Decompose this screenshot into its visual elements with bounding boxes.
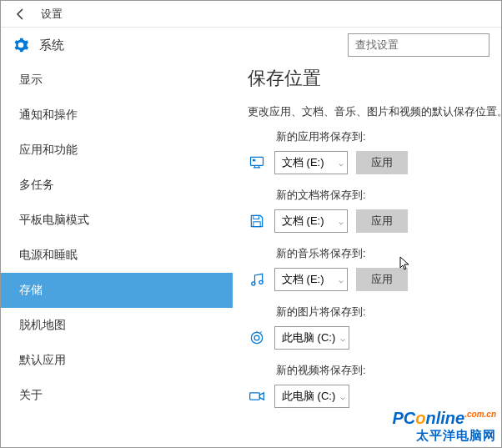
camera-icon — [248, 329, 266, 347]
chevron-down-icon: ⌵ — [339, 159, 344, 168]
setting-block: 新的应用将保存到:文档 (E:)⌵应用 — [248, 129, 486, 174]
sidebar-item[interactable]: 显示 — [1, 63, 233, 98]
svg-rect-8 — [250, 393, 260, 400]
setting-block: 新的文档将保存到:文档 (E:)⌵应用 — [248, 188, 486, 233]
sidebar-item[interactable]: 电源和睡眠 — [1, 238, 233, 273]
watermark-line2: 太平洋电脑网 — [393, 428, 496, 444]
dropdown-value: 文档 (E:) — [282, 272, 324, 287]
location-dropdown[interactable]: 文档 (E:)⌵ — [274, 209, 348, 233]
svg-rect-0 — [251, 157, 264, 165]
dropdown-value: 文档 (E:) — [282, 155, 324, 170]
watermark: PConline.com.cn 太平洋电脑网 — [393, 409, 496, 444]
main-panel: 保存位置 更改应用、文档、音乐、图片和视频的默认保存位置。 新的应用将保存到:文… — [233, 63, 501, 447]
video-icon — [248, 387, 266, 405]
back-button[interactable] — [9, 3, 33, 26]
apply-button[interactable]: 应用 — [356, 268, 408, 291]
monitor-icon — [248, 154, 266, 172]
titlebar: 设置 — [1, 1, 501, 28]
sidebar-item[interactable]: 平板电脑模式 — [1, 203, 233, 238]
page-heading: 保存位置 — [248, 66, 486, 91]
chevron-down-icon: ⌵ — [339, 275, 344, 284]
location-dropdown[interactable]: 此电脑 (C:)⌵ — [274, 326, 349, 350]
header: 系统 查找设置 — [1, 28, 501, 63]
search-input[interactable]: 查找设置 — [348, 33, 489, 57]
setting-block: 新的视频将保存到:此电脑 (C:)⌵ — [248, 363, 486, 408]
svg-rect-2 — [254, 215, 259, 219]
window-title: 设置 — [41, 7, 63, 22]
location-dropdown[interactable]: 文档 (E:)⌵ — [274, 268, 348, 291]
save-icon — [248, 212, 266, 230]
setting-row: 此电脑 (C:)⌵ — [248, 385, 486, 408]
setting-block: 新的音乐将保存到:文档 (E:)⌵应用 — [248, 246, 486, 291]
sidebar-item[interactable]: 脱机地图 — [1, 308, 233, 343]
gear-icon — [13, 37, 29, 53]
svg-point-5 — [259, 280, 263, 284]
arrow-left-icon — [14, 8, 28, 21]
setting-row: 文档 (E:)⌵应用 — [248, 268, 486, 291]
apply-button[interactable]: 应用 — [356, 151, 408, 174]
setting-row: 文档 (E:)⌵应用 — [248, 209, 486, 233]
sidebar: 显示通知和操作应用和功能多任务平板电脑模式电源和睡眠存储脱机地图默认应用关于 — [1, 63, 233, 447]
sidebar-item[interactable]: 多任务 — [1, 168, 233, 203]
chevron-down-icon: ⌵ — [340, 334, 345, 343]
chevron-down-icon: ⌵ — [339, 217, 344, 226]
sidebar-item[interactable]: 通知和操作 — [1, 98, 233, 133]
sidebar-item[interactable]: 存储 — [1, 273, 233, 308]
chevron-down-icon: ⌵ — [340, 392, 345, 401]
setting-label: 新的应用将保存到: — [276, 129, 486, 144]
header-title: 系统 — [39, 38, 64, 53]
location-dropdown[interactable]: 此电脑 (C:)⌵ — [274, 385, 349, 408]
watermark-line1: PConline.com.cn — [393, 409, 496, 428]
setting-label: 新的视频将保存到: — [276, 363, 486, 378]
setting-label: 新的图片将保存到: — [276, 305, 486, 320]
svg-point-7 — [254, 335, 259, 340]
search-placeholder: 查找设置 — [355, 38, 399, 53]
setting-row: 此电脑 (C:)⌵ — [248, 326, 486, 350]
dropdown-value: 文档 (E:) — [282, 214, 324, 229]
svg-rect-3 — [254, 222, 260, 227]
sidebar-item[interactable]: 应用和功能 — [1, 133, 233, 168]
page-description: 更改应用、文档、音乐、图片和视频的默认保存位置。 — [248, 104, 486, 119]
svg-point-6 — [251, 332, 262, 343]
sidebar-item[interactable]: 默认应用 — [1, 343, 233, 378]
apply-button[interactable]: 应用 — [356, 209, 408, 233]
setting-label: 新的音乐将保存到: — [276, 246, 486, 261]
setting-block: 新的图片将保存到:此电脑 (C:)⌵ — [248, 305, 486, 350]
setting-row: 文档 (E:)⌵应用 — [248, 151, 486, 174]
music-icon — [248, 270, 266, 289]
dropdown-value: 此电脑 (C:) — [282, 389, 335, 404]
location-dropdown[interactable]: 文档 (E:)⌵ — [274, 151, 348, 174]
dropdown-value: 此电脑 (C:) — [282, 330, 335, 345]
setting-label: 新的文档将保存到: — [276, 188, 486, 203]
sidebar-item[interactable]: 关于 — [1, 378, 233, 413]
svg-rect-1 — [253, 159, 255, 162]
